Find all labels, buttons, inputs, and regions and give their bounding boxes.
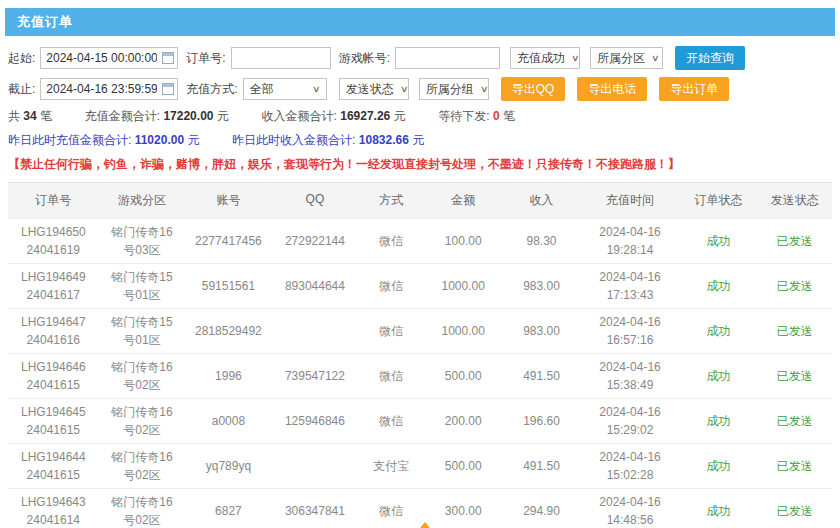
calendar-icon[interactable] [162,52,174,64]
cell-time: 2024-04-16 15:38:49 [581,354,680,398]
cell-order-status: 成功 [679,273,757,299]
group-select[interactable]: 所属分组 ∨ [419,78,489,100]
cell-qq: 125946846 [272,408,359,434]
column-header-time: 充值时间 [581,183,680,218]
cell-qq [272,327,359,335]
cell-order-status: 成功 [679,453,757,479]
cell-time: 2024-04-16 14:48:56 [581,489,680,528]
table-row: LHG194650 24041619 铭门传奇16 号03区 227741745… [8,219,832,264]
send-status-select[interactable]: 发送状态 ∨ [339,78,409,100]
cell-time: 2024-04-16 17:13:43 [581,264,680,308]
cell-order-no: LHG194644 24041615 [8,444,99,488]
cell-zone: 铭门传奇15 号01区 [99,264,186,308]
export-qq-button[interactable]: 导出QQ [501,77,566,101]
yesterday-income-unit: 元 [412,133,424,147]
summary-line-today: 共 34 笔 充值金额合计: 17220.00 元 收入金额合计: 16927.… [8,108,832,125]
table-row: LHG194649 24041617 铭门传奇15 号01区 59151561 … [8,264,832,309]
order-no-label: 订单号: [186,50,225,67]
filter-row-1: 起始: 订单号: 游戏帐号: 充值成功 ∨ 所属分区 ∨ 开始查询 [8,46,832,70]
pending-suffix: 笔 [503,109,515,123]
cell-income: 196.60 [502,408,580,434]
column-header-account: 账号 [185,183,272,218]
cell-income: 983.00 [502,318,580,344]
cell-amount: 200.00 [424,408,502,434]
table-row: LHG194646 24041615 铭门传奇16 号02区 1996 7395… [8,354,832,399]
cell-order-status: 成功 [679,228,757,254]
pending-label: 等待下发: [438,109,489,123]
method-label: 充值方式: [186,81,237,98]
cell-account: 59151561 [185,273,272,299]
cell-time: 2024-04-16 15:02:28 [581,444,680,488]
recharge-total-label: 充值金额合计: [85,109,160,123]
column-header-send-status: 发送状态 [758,183,832,218]
start-date-label: 起始: [8,50,35,67]
cell-zone: 铭门传奇15 号01区 [99,309,186,353]
cell-zone: 铭门传奇16 号02区 [99,444,186,488]
income-unit: 元 [394,109,406,123]
cell-method: 微信 [358,273,424,299]
cell-method: 微信 [358,363,424,389]
pending-count: 0 [493,109,500,123]
game-account-label: 游戏帐号: [339,50,390,67]
recharge-status-select[interactable]: 充值成功 ∨ [510,47,580,69]
chevron-down-icon: ∨ [651,53,660,63]
cell-time: 2024-04-16 15:29:02 [581,399,680,443]
cell-order-no: LHG194643 24041614 [8,489,99,528]
cell-account: a0008 [185,408,272,434]
end-date-wrap [40,78,178,100]
cell-account: 2818529492 [185,318,272,344]
cell-income: 491.50 [502,363,580,389]
cell-zone: 铭门传奇16 号02区 [99,354,186,398]
bottom-partial-indicator [420,522,430,528]
recharge-status-value: 充值成功 [517,50,565,67]
cell-account: yq789yq [185,453,272,479]
total-suffix: 笔 [40,109,52,123]
end-date-input[interactable] [40,78,178,100]
total-prefix: 共 [8,109,20,123]
cell-zone: 铭门传奇16 号03区 [99,219,186,263]
cell-income: 294.90 [502,498,580,524]
cell-send-status: 已发送 [758,363,832,389]
export-order-button[interactable]: 导出订单 [659,77,729,101]
cell-income: 983.00 [502,273,580,299]
cell-method: 微信 [358,318,424,344]
cell-account: 1996 [185,363,272,389]
export-phone-button[interactable]: 导出电话 [577,77,647,101]
table-row: LHG194647 24041616 铭门传奇15 号01区 281852949… [8,309,832,354]
send-status-value: 发送状态 [346,81,394,98]
partition-value: 所属分区 [597,50,645,67]
cell-send-status: 已发送 [758,273,832,299]
cell-account: 6827 [185,498,272,524]
column-header-qq: QQ [272,183,359,218]
cell-order-status: 成功 [679,498,757,524]
summary-line-yesterday: 昨日此时充值金额合计: 11020.00 元 昨日此时收入金额合计: 10832… [8,132,832,149]
cell-order-no: LHG194646 24041615 [8,354,99,398]
yesterday-income-value: 10832.66 [359,133,409,147]
cell-amount: 500.00 [424,363,502,389]
cell-amount: 300.00 [424,498,502,524]
calendar-icon[interactable] [162,83,174,95]
query-button[interactable]: 开始查询 [675,46,745,70]
cell-income: 98.30 [502,228,580,254]
cell-send-status: 已发送 [758,498,832,524]
cell-income: 491.50 [502,453,580,479]
start-date-input[interactable] [40,47,178,69]
partition-select[interactable]: 所属分区 ∨ [590,47,663,69]
total-count: 34 [23,109,36,123]
cell-method: 支付宝 [358,453,424,479]
cell-send-status: 已发送 [758,408,832,434]
warning-notice: 【禁止任何行骗，钓鱼，诈骗，赌博，胖妞，娱乐，套现等行为！一经发现直接封号处理，… [8,156,832,173]
column-header-order-no: 订单号 [8,183,99,218]
cell-qq: 739547122 [272,363,359,389]
cell-order-no: LHG194649 24041617 [8,264,99,308]
game-account-input[interactable] [395,47,500,69]
cell-time: 2024-04-16 16:57:16 [581,309,680,353]
recharge-unit: 元 [217,109,229,123]
chevron-down-icon: ∨ [400,84,409,94]
order-no-input[interactable] [231,47,331,69]
method-select[interactable]: 全部 ∨ [243,78,327,100]
chevron-down-icon: ∨ [480,84,489,94]
group-value: 所属分组 [426,81,474,98]
cell-qq: 272922144 [272,228,359,254]
cell-send-status: 已发送 [758,453,832,479]
